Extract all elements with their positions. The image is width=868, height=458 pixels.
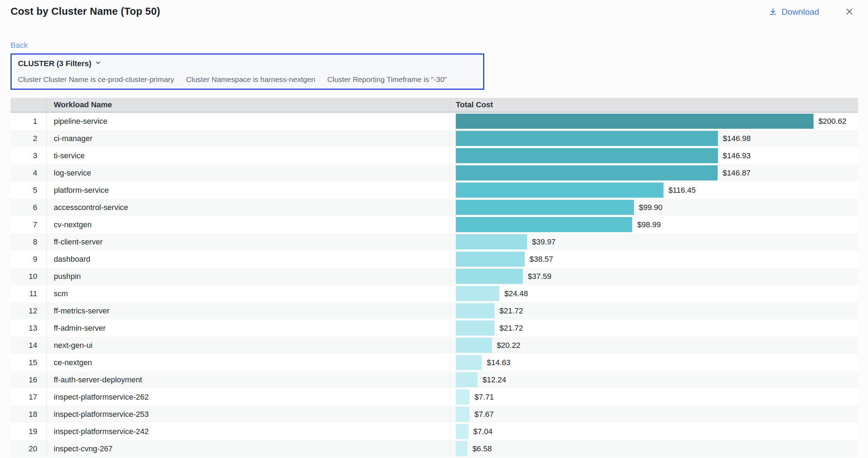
workload-name: inspect-cvng-267	[47, 440, 450, 457]
total-cost-cell: $146.98	[450, 130, 858, 147]
table-row: 6 accesscontrol-service $99.90	[11, 199, 858, 216]
table-row: 17 inspect-platformservice-262 $7.71	[11, 388, 858, 406]
cost-value-label: $146.93	[723, 151, 751, 160]
row-rank: 15	[11, 354, 47, 371]
table-row: 14 next-gen-ui $20.22	[11, 337, 858, 354]
workload-name: ff-metrics-server	[47, 302, 450, 319]
cost-value-label: $146.87	[723, 168, 751, 178]
cost-bar	[456, 269, 523, 284]
cost-bar	[456, 424, 468, 439]
cost-value-label: $14.63	[487, 358, 510, 367]
cost-bar	[456, 234, 527, 249]
total-cost-cell: $39.97	[450, 233, 858, 250]
workload-name: ti-service	[47, 147, 450, 164]
cost-bar	[456, 338, 492, 353]
row-rank: 7	[11, 216, 47, 233]
cost-value-label: $39.97	[532, 237, 556, 247]
download-button[interactable]: Download	[768, 7, 819, 17]
row-rank: 9	[11, 250, 47, 268]
total-cost-cell: $7.71	[450, 388, 858, 406]
workload-name: scm	[47, 285, 450, 302]
cost-value-label: $7.67	[474, 410, 494, 419]
cost-bar	[456, 389, 469, 405]
cost-value-label: $146.98	[723, 134, 751, 143]
filter-summary-toggle[interactable]: CLUSTER (3 Filters)	[18, 59, 102, 68]
total-cost-cell: $7.04	[450, 423, 858, 440]
cost-bar	[456, 320, 494, 336]
table-row: 10 pushpin $37.59	[11, 268, 858, 285]
row-rank: 1	[11, 113, 47, 130]
workload-name: ce-nextgen	[47, 354, 450, 371]
table-body: 1 pipeline-service $200.62 2 ci-manager …	[11, 113, 858, 457]
chevron-down-icon	[95, 59, 102, 68]
row-rank: 19	[11, 423, 47, 440]
filter-condition: Cluster Reporting Timeframe is "-30"	[327, 75, 447, 84]
row-rank: 4	[11, 164, 47, 182]
row-rank: 8	[11, 233, 47, 250]
workload-name: ci-manager	[47, 130, 450, 147]
total-cost-column-header: Total Cost	[450, 98, 858, 112]
cost-bar	[456, 200, 634, 215]
total-cost-cell: $21.72	[450, 302, 858, 319]
close-button[interactable]	[843, 6, 856, 19]
row-rank: 2	[11, 130, 47, 147]
filter-panel: CLUSTER (3 Filters) Cluster Cluster Name…	[11, 53, 484, 90]
back-link[interactable]: Back	[11, 41, 28, 50]
cost-value-label: $7.04	[473, 427, 493, 436]
cost-bar	[456, 165, 718, 180]
filter-summary-label: CLUSTER (3 Filters)	[18, 59, 91, 68]
workload-name: pushpin	[47, 268, 450, 285]
rank-column-header	[11, 98, 47, 112]
workload-name: ff-client-server	[47, 233, 450, 250]
cost-bar	[456, 131, 718, 146]
cost-bar	[456, 148, 718, 163]
workload-name: cv-nextgen	[47, 216, 450, 233]
cost-bar	[456, 286, 499, 301]
table-row: 11 scm $24.48	[11, 285, 858, 302]
cost-value-label: $98.99	[637, 220, 661, 229]
workload-name: log-service	[47, 164, 450, 182]
filter-conditions: Cluster Cluster Name is ce-prod-cluster-…	[18, 75, 477, 84]
workload-name: accesscontrol-service	[47, 199, 450, 216]
total-cost-cell: $99.90	[450, 199, 858, 216]
row-rank: 12	[11, 302, 47, 319]
cost-bar	[456, 441, 467, 456]
cost-bar	[456, 407, 469, 422]
cost-value-label: $116.45	[668, 186, 696, 195]
row-rank: 5	[11, 182, 47, 199]
total-cost-cell: $37.59	[450, 268, 858, 285]
total-cost-cell: $21.72	[450, 319, 858, 337]
total-cost-cell: $20.22	[450, 337, 858, 354]
cost-value-label: $24.48	[504, 289, 528, 298]
workload-name: inspect-platformservice-253	[47, 406, 450, 423]
row-rank: 6	[11, 199, 47, 216]
table-row: 18 inspect-platformservice-253 $7.67	[11, 406, 858, 423]
cost-value-label: $7.71	[474, 393, 494, 402]
row-rank: 18	[11, 406, 47, 423]
total-cost-cell: $12.24	[450, 371, 858, 388]
cost-bar	[456, 217, 632, 232]
cost-bar	[456, 355, 482, 370]
table-row: 1 pipeline-service $200.62	[11, 113, 858, 130]
cost-value-label: $20.22	[497, 341, 520, 350]
workload-name: platform-service	[47, 182, 450, 199]
total-cost-cell: $38.57	[450, 250, 858, 268]
download-label: Download	[782, 7, 819, 17]
workload-name: inspect-platformservice-242	[47, 423, 450, 440]
total-cost-cell: $98.99	[450, 216, 858, 233]
total-cost-cell: $116.45	[450, 182, 858, 199]
table-row: 9 dashboard $38.57	[11, 250, 858, 268]
cost-bar	[456, 252, 525, 267]
cost-bar	[456, 114, 814, 129]
filter-condition: Cluster Namespace is harness-nextgen	[186, 75, 316, 84]
table-row: 15 ce-nextgen $14.63	[11, 354, 858, 371]
page-title: Cost by Cluster Name (Top 50)	[11, 6, 160, 17]
table-row: 7 cv-nextgen $98.99	[11, 216, 858, 233]
close-icon	[844, 6, 855, 18]
workload-name-column-header: Workload Name	[47, 98, 450, 112]
workload-name: ff-admin-server	[47, 319, 450, 337]
table-row: 13 ff-admin-server $21.72	[11, 319, 858, 337]
row-rank: 20	[11, 440, 47, 457]
total-cost-cell: $14.63	[450, 354, 858, 371]
table-row: 20 inspect-cvng-267 $6.58	[11, 440, 858, 457]
